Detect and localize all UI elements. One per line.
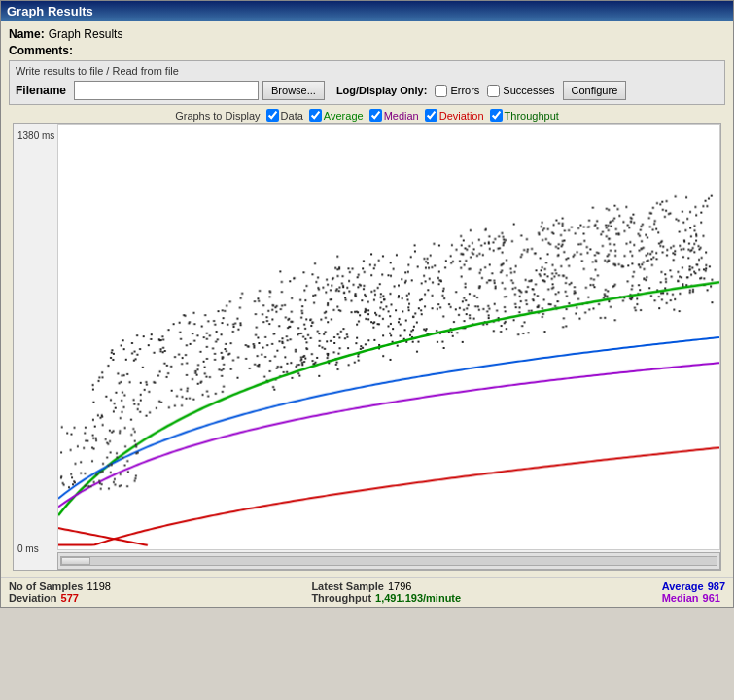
comments-row: Comments: xyxy=(9,44,725,57)
window-title: Graph Results xyxy=(7,4,93,18)
scrollbar[interactable] xyxy=(57,552,720,570)
samples-group: No of Samples 1198 Deviation 577 xyxy=(9,580,111,604)
average-stat-line: Average 987 xyxy=(662,580,725,592)
graph-area xyxy=(57,124,720,550)
average-stat-label: Average xyxy=(662,580,704,592)
samples-line: No of Samples 1198 xyxy=(9,580,111,592)
successes-checkbox-group: Successes xyxy=(487,85,554,97)
deviation-stat-label: Deviation xyxy=(9,592,57,604)
errors-checkbox-group: Errors xyxy=(435,85,479,97)
file-section: Write results to file / Read from file F… xyxy=(9,60,725,105)
filename-input[interactable] xyxy=(74,81,259,100)
graph-canvas xyxy=(58,125,719,549)
title-bar: Graph Results xyxy=(1,1,733,21)
successes-checkbox[interactable] xyxy=(487,85,500,97)
name-label: Name: xyxy=(9,27,45,41)
y-axis-min: 0 ms xyxy=(17,543,39,554)
graph-container: 1380 ms 0 ms xyxy=(13,123,721,571)
content-area: Name: Graph Results Comments: Write resu… xyxy=(1,21,733,577)
log-display-row: Log/Display Only: Errors Successes Confi… xyxy=(336,81,626,100)
throughput-checkbox[interactable] xyxy=(490,109,503,122)
average-stat-value: 987 xyxy=(708,580,725,592)
throughput-stat-line: Throughput 1,491.193/minute xyxy=(311,592,461,604)
configure-button[interactable]: Configure xyxy=(563,81,627,100)
name-row: Name: Graph Results xyxy=(9,27,725,41)
filename-label: Filename xyxy=(16,84,66,97)
deviation-stat-value: 577 xyxy=(61,592,79,604)
data-checkbox[interactable] xyxy=(266,109,279,122)
average-checkbox[interactable] xyxy=(309,109,322,122)
graphs-to-display-row: Graphs to Display Data Average Median De… xyxy=(9,109,725,122)
latest-sample-label: Latest Sample xyxy=(311,580,384,592)
median-stat-line: Median 961 xyxy=(662,592,725,604)
deviation-checkbox-item: Deviation xyxy=(425,109,484,122)
throughput-stat-label: Throughput xyxy=(311,592,371,604)
latest-sample-value: 1796 xyxy=(388,580,411,592)
data-checkbox-item: Data xyxy=(266,109,303,122)
no-of-samples-value: 1198 xyxy=(87,580,110,592)
median-checkbox[interactable] xyxy=(369,109,382,122)
file-section-title: Write results to file / Read from file xyxy=(16,65,718,77)
name-value: Graph Results xyxy=(49,27,123,41)
median-checkbox-item: Median xyxy=(369,109,419,122)
graphs-label: Graphs to Display xyxy=(175,110,260,122)
throughput-graph-label: Throughput xyxy=(505,110,559,122)
stats-bar: No of Samples 1198 Deviation 577 Latest … xyxy=(1,577,733,607)
log-display-label: Log/Display Only: xyxy=(336,85,428,96)
median-stat-label: Median xyxy=(662,592,699,604)
deviation-checkbox[interactable] xyxy=(425,109,437,122)
average-checkbox-item: Average xyxy=(309,109,364,122)
median-stat-value: 961 xyxy=(703,592,720,604)
comments-label: Comments: xyxy=(9,44,73,57)
data-label: Data xyxy=(281,110,303,122)
browse-button[interactable]: Browse... xyxy=(262,81,325,100)
median-label: Median xyxy=(384,110,419,122)
throughput-stat-value: 1,491.193/minute xyxy=(375,592,461,604)
scrollbar-track[interactable] xyxy=(60,556,717,566)
throughput-checkbox-item: Throughput xyxy=(490,109,559,122)
average-median-group: Average 987 Median 961 xyxy=(662,580,725,604)
latest-sample-line: Latest Sample 1796 xyxy=(311,580,461,592)
latest-group: Latest Sample 1796 Throughput 1,491.193/… xyxy=(311,580,461,604)
errors-label: Errors xyxy=(450,85,479,96)
y-axis-max: 1380 ms xyxy=(17,130,54,141)
deviation-label: Deviation xyxy=(439,110,484,122)
errors-checkbox[interactable] xyxy=(435,85,447,97)
successes-label: Successes xyxy=(503,85,554,96)
average-label: Average xyxy=(324,110,364,122)
main-window: Graph Results Name: Graph Results Commen… xyxy=(0,0,734,608)
deviation-line: Deviation 577 xyxy=(9,592,111,604)
no-of-samples-label: No of Samples xyxy=(9,580,83,592)
scrollbar-thumb[interactable] xyxy=(61,557,90,565)
filename-row: Filename Browse... xyxy=(16,81,325,100)
